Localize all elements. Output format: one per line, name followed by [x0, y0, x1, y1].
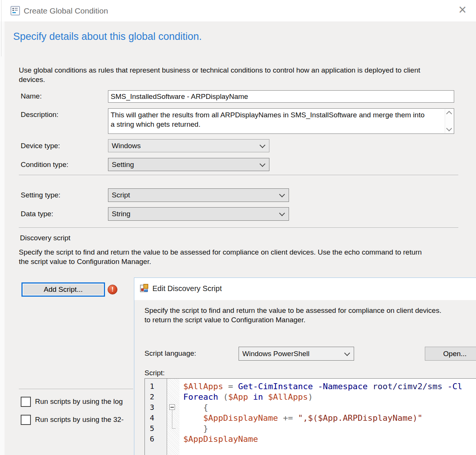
window-edge-line [1, 0, 2, 56]
name-label: Name: [21, 92, 42, 100]
edit-discovery-script-dialog: Edit Discovery Script Specify the script… [134, 278, 476, 455]
open-button[interactable]: Open... [425, 347, 476, 361]
window-titlebar: Create Global Condition × [0, 0, 476, 21]
edit-script-icon [140, 284, 149, 293]
data-type-label: Data type: [21, 210, 53, 218]
setting-type-label: Setting type: [21, 191, 61, 199]
code-text: $AppDisplayName [179, 434, 258, 444]
separator [19, 228, 458, 228]
scroll-down-icon[interactable] [446, 126, 452, 132]
fold-cell [167, 423, 179, 434]
code-text: Foreach ($App in $AllApps) [179, 392, 313, 402]
window-title: Create Global Condition [24, 6, 108, 15]
scroll-up-icon[interactable] [446, 111, 452, 117]
line-number: 6 [145, 434, 167, 443]
checkbox-label: Run scripts by using the 32- [35, 416, 124, 424]
name-input[interactable] [108, 90, 454, 103]
script-language-value: Windows PowerShell [242, 350, 309, 358]
create-global-condition-icon [11, 6, 20, 15]
chevron-down-icon [260, 143, 265, 147]
discovery-script-heading: Discovery script [20, 234, 70, 242]
code-line: 5 } [145, 423, 476, 434]
code-line: 2Foreach ($App in $AllApps) [145, 391, 476, 402]
description-scrollbar[interactable] [445, 109, 453, 133]
code-line: 3 { [145, 402, 476, 413]
condition-type-dropdown[interactable]: Setting [108, 158, 269, 171]
device-type-value: Windows [112, 142, 141, 150]
code-lines: 1$AllApps = Get-CimInstance -Namespace r… [145, 381, 476, 444]
description-label: Description: [21, 111, 58, 119]
code-text: $AllApps = Get-CimInstance -Namespace ro… [179, 382, 462, 391]
device-type-label: Device type: [21, 142, 60, 150]
chevron-down-icon [280, 211, 284, 215]
discovery-script-text: Specify the script to find and return th… [19, 247, 427, 266]
line-number: 2 [145, 392, 167, 401]
edit-dialog-titlebar: Edit Discovery Script [134, 278, 476, 300]
code-line: 6$AppDisplayName [145, 434, 476, 444]
setting-type-dropdown[interactable]: Script [108, 188, 289, 202]
line-number: 1 [145, 382, 167, 391]
description-input[interactable]: This will gather the results from all AR… [108, 108, 454, 134]
script-language-label: Script language: [144, 349, 196, 358]
add-script-button[interactable]: Add Script... [21, 282, 105, 297]
line-number: 3 [145, 403, 167, 412]
edit-dialog-text-line2: to return the script value to Configurat… [144, 315, 306, 325]
fold-collapse-icon[interactable] [167, 402, 179, 413]
edit-dialog-text-line1: Specify the script to find and return th… [144, 306, 441, 315]
data-type-dropdown[interactable]: String [108, 207, 289, 221]
data-type-value: String [112, 210, 131, 218]
code-text: $AppDisplayName += ",$($App.ARPDisplayNa… [179, 413, 423, 423]
chevron-down-icon [280, 193, 284, 197]
error-icon: ! [108, 285, 117, 294]
script-label: Script: [144, 369, 165, 377]
close-button[interactable]: × [455, 2, 470, 18]
edit-dialog-title: Edit Discovery Script [152, 284, 222, 293]
script-editor[interactable]: 1$AllApps = Get-CimInstance -Namespace r… [144, 378, 476, 455]
code-text: } [179, 424, 208, 433]
script-language-dropdown[interactable]: Windows PowerShell [239, 347, 354, 361]
fold-cell [167, 413, 179, 423]
description-text: This will gather the results from all AR… [111, 110, 429, 129]
line-number: 5 [145, 424, 167, 433]
setting-type-value: Script [112, 191, 130, 199]
fold-cell [167, 381, 179, 391]
separator [19, 389, 133, 389]
condition-type-label: Condition type: [21, 161, 68, 169]
page-heading: Specify details about this global condit… [13, 31, 202, 42]
separator [19, 175, 458, 175]
line-number: 4 [145, 413, 167, 422]
fold-cell [167, 434, 179, 444]
window-left-margin [0, 21, 5, 455]
run-logged-on-user-checkbox[interactable] [21, 397, 31, 407]
checkbox-label: Run scripts by using the log [35, 397, 123, 406]
chevron-down-icon [260, 162, 265, 166]
code-text: { [179, 403, 208, 412]
condition-type-value: Setting [112, 161, 134, 169]
chevron-down-icon [345, 351, 349, 355]
run-32bit-host-checkbox[interactable] [21, 415, 31, 425]
intro-text: Use global conditions as rules that repr… [19, 65, 427, 84]
code-line: 4 $AppDisplayName += ",$($App.ARPDisplay… [145, 413, 476, 423]
device-type-dropdown[interactable]: Windows [108, 139, 269, 152]
code-line: 1$AllApps = Get-CimInstance -Namespace r… [145, 381, 476, 391]
fold-cell [167, 391, 179, 402]
